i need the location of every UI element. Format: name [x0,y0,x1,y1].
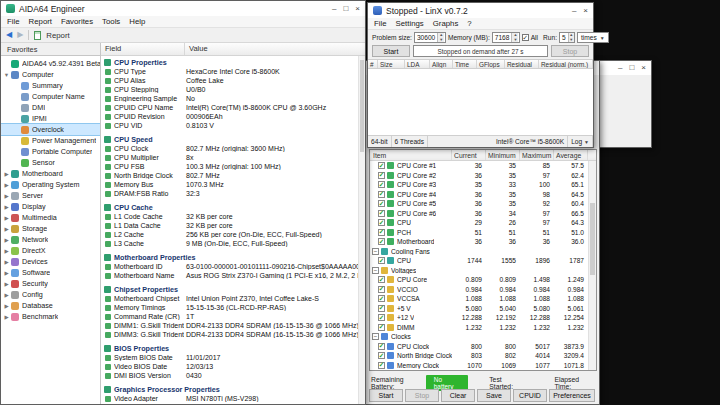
linx-column-size[interactable]: Size [378,60,405,68]
tree-expander-icon[interactable]: ▶ [3,204,10,210]
spinner-arrows-icon[interactable]: ▲▼ [437,33,444,42]
checkbox-checked-icon[interactable]: ✓ [378,324,385,331]
sidebar-item-multimedia[interactable]: ▶Multimedia [1,212,100,223]
linx-menu-settings[interactable]: Settings [396,19,424,28]
linx-menu-graphs[interactable]: Graphs [433,19,459,28]
sensor-row-cpu[interactable]: ✓CPU1744155518961787 [370,256,596,266]
table-row-engineering-sample[interactable]: Engineering SampleNo [101,94,365,103]
table-row-l2-cache[interactable]: L2 Cache256 KB per core (On-Die, ECC, Fu… [101,230,365,239]
sidebar-item-summary[interactable]: Summary [1,80,100,91]
sidebar-item-server[interactable]: ▶Server [1,190,100,201]
table-row-cpu-multiplier[interactable]: CPU Multiplier8x [101,153,365,162]
main-scrollbar[interactable] [358,56,365,404]
run-count-input[interactable]: 5 ▲▼ [559,32,575,43]
sidebar-item-computer-name[interactable]: Computer Name [1,91,100,102]
table-row-cpuid-revision[interactable]: CPUID Revision000906EAh [101,112,365,121]
maximize-icon[interactable]: □ [343,5,348,13]
sidebar-item-display[interactable]: ▶Display [1,201,100,212]
menu-help[interactable]: Help [129,17,145,26]
table-row-dimm1-g-skill-tridentz-f4-3[interactable]: DIMM1: G.Skill TridentZ F4-3DDR4-2133 DD… [101,321,365,330]
checkbox-checked-icon[interactable]: ✓ [378,314,385,321]
sensor-row-vccio[interactable]: ✓VCCIO0.9840.9840.9840.984 [370,285,596,295]
table-row-system-bios-date[interactable]: System BIOS Date11/01/2017 [101,353,365,362]
sensor-row-voltages[interactable]: −Voltages [370,266,596,276]
checkbox-checked-icon[interactable]: ✓ [378,210,385,217]
minimize-icon[interactable]: – [572,7,576,15]
all-checkbox[interactable]: ✓ [522,34,529,41]
sidebar-item-aida64-v5-92-4391-beta[interactable]: AIDA64 v5.92.4391 Beta [1,58,100,69]
table-row-command-rate-cr[interactable]: Command Rate (CR)1T [101,312,365,321]
checkbox-checked-icon[interactable]: ✓ [378,181,385,188]
checkbox-checked-icon[interactable]: ✓ [378,305,385,312]
table-row-north-bridge-clock[interactable]: North Bridge Clock802.7 MHz [101,171,365,180]
table-row-motherboard-chipset[interactable]: Motherboard ChipsetIntel Union Point Z37… [101,294,365,303]
sensor-row-cpu-core-2[interactable]: ✓CPU Core #236359762.4 [370,171,596,181]
run-unit-dropdown[interactable]: times ▼ [577,32,609,43]
checkbox-checked-icon[interactable]: ✓ [378,343,385,350]
log-dropdown[interactable]: Log ▼ [568,136,593,147]
sensor-column-item[interactable]: Item [370,150,452,160]
tree-expander-icon[interactable]: ▼ [3,72,10,78]
sensor-row-12-v[interactable]: ✓+12 V12.28812.19212.28812.254 [370,313,596,323]
sidebar-item-security[interactable]: ▶Security [1,278,100,289]
sidebar-item-sensor[interactable]: Sensor [1,157,100,168]
table-row-video-adapter[interactable]: Video AdapterMSI N780Ti (MS-V298) [101,394,365,403]
close-icon[interactable]: × [641,64,646,72]
tree-expander-icon[interactable]: ▶ [3,303,10,309]
table-row-l1-code-cache[interactable]: L1 Code Cache32 KB per core [101,212,365,221]
table-row-video-bios-date[interactable]: Video BIOS Date12/03/13 [101,362,365,371]
table-row-cpu-type[interactable]: CPU TypeHexaCore Intel Core i5-8600K [101,67,365,76]
tree-expander-icon[interactable]: ▶ [3,281,10,287]
menu-favorites[interactable]: Favorites [61,17,93,26]
spinner-arrows-icon[interactable]: ▲▼ [568,33,574,42]
checkbox-checked-icon[interactable]: ✓ [378,219,385,226]
sidebar-item-dmi[interactable]: DMI [1,102,100,113]
tree-expander-icon[interactable]: ▶ [3,193,10,199]
linx-titlebar[interactable]: Stopped - LinX v0.7.2 – × [368,3,593,18]
menu-report[interactable]: Report [29,17,52,26]
sidebar-item-benchmark[interactable]: ▶Benchmark [1,311,100,322]
close-icon[interactable]: × [583,7,588,15]
checkbox-checked-icon[interactable]: ✓ [378,172,385,179]
tree-expander-icon[interactable]: ▶ [3,259,10,265]
table-row-cpu-stepping[interactable]: CPU SteppingU0/B0 [101,85,365,94]
sidebar-item-power-management[interactable]: Power Management [1,135,100,146]
table-row-cpuid-cpu-name[interactable]: CPUID CPU NameIntel(R) Core(TM) i5-8600K… [101,103,365,112]
collapse-icon[interactable]: − [372,333,379,340]
menu-file[interactable]: File [7,17,20,26]
checkbox-checked-icon[interactable]: ✓ [378,238,385,245]
sensor-column-maximum[interactable]: Maximum [520,150,554,160]
problem-size-input[interactable]: 30600 ▲▼ [414,32,446,43]
sidebar-item-storage[interactable]: ▶Storage [1,223,100,234]
sidebar-item-database[interactable]: ▶Database [1,300,100,311]
close-icon[interactable]: × [355,5,360,13]
clear-button[interactable]: Clear [441,389,475,402]
sensor-row-dimm[interactable]: ✓DIMM1.2321.2321.2321.232 [370,323,596,333]
tree-expander-icon[interactable]: ▶ [3,215,10,221]
tree-expander-icon[interactable]: ▶ [3,314,10,320]
main-scrollbar-thumb[interactable] [360,60,364,152]
sidebar-item-network[interactable]: ▶Network [1,234,100,245]
maximize-icon[interactable]: □ [629,64,634,72]
tree-expander-icon[interactable]: ▶ [3,226,10,232]
stop-button[interactable]: Stop [405,389,439,402]
table-row-memory-bus[interactable]: Memory Bus1070.3 MHz [101,180,365,189]
sensor-row-cpu-core-6[interactable]: ✓CPU Core #636349766.5 [370,209,596,219]
table-row-dram-fsb-ratio[interactable]: DRAM:FSB Ratio32:3 [101,189,365,198]
checkbox-checked-icon[interactable]: ✓ [378,162,385,169]
sensor-row-cpu-core-1[interactable]: ✓CPU Core #136358557.5 [370,161,596,171]
sensor-column-current[interactable]: Current [452,150,486,160]
table-row-dmi-bios-version[interactable]: DMI BIOS Version0430 [101,371,365,380]
sidebar-item-computer[interactable]: ▼Computer [1,69,100,80]
sensor-row-vccsa[interactable]: ✓VCCSA1.0881.0881.0881.088 [370,294,596,304]
sidebar-item-portable-computer[interactable]: Portable Computer [1,146,100,157]
linx-column-[interactable]: # [368,60,378,68]
sensor-column-minimum[interactable]: Minimum [486,150,520,160]
table-row-dimm3-g-skill-tridentz-f4-3[interactable]: DIMM3: G.Skill TridentZ F4-3DDR4-2133 DD… [101,330,365,339]
collapse-icon[interactable]: − [372,248,379,255]
linx-stop-button[interactable]: Stop [551,45,589,57]
linx-column-residual-norm[interactable]: Residual (norm.) [539,60,593,68]
sensor-row-cpu-core-3[interactable]: ✓CPU Core #3353310065.1 [370,180,596,190]
tree-expander-icon[interactable]: ▶ [3,248,10,254]
sensor-row-cpu[interactable]: ✓CPU29269764.3 [370,218,596,228]
